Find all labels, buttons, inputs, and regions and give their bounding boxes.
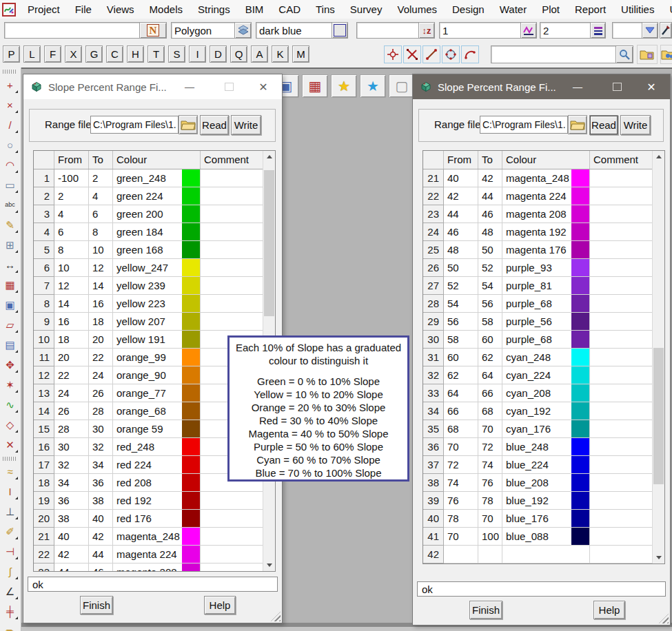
close-button[interactable]: ✕ — [250, 74, 276, 99]
cell-colour-name[interactable]: purple_81 — [502, 277, 571, 295]
cell-from[interactable]: 48 — [444, 241, 478, 259]
cell-to[interactable]: 70 — [478, 420, 502, 438]
cell-to[interactable]: 100 — [478, 528, 502, 546]
colour-swatch[interactable] — [182, 169, 201, 187]
dialog-titlebar[interactable]: Slope Percent Range Fi...—✕ — [23, 74, 282, 99]
cell-from[interactable]: 26 — [54, 402, 89, 420]
cell-to[interactable]: 44 — [89, 546, 113, 563]
scroll-down-button[interactable] — [263, 559, 275, 571]
create-text-icon[interactable]: abc — [1, 196, 19, 214]
colour-swatch[interactable] — [182, 563, 201, 571]
cell-to[interactable]: 36 — [89, 474, 113, 492]
colour-swatch[interactable] — [182, 510, 201, 528]
row-number[interactable]: 35 — [423, 420, 444, 438]
cell-from[interactable]: -100 — [54, 169, 89, 187]
colour-swatch[interactable] — [182, 223, 201, 241]
row-number[interactable]: 31 — [423, 349, 444, 366]
cell-comment[interactable] — [201, 295, 263, 313]
cell-from[interactable]: 68 — [444, 420, 478, 438]
help-button[interactable]: Help — [204, 596, 236, 614]
colour-swatch[interactable] — [182, 241, 201, 259]
minimize-button[interactable]: — — [176, 74, 203, 99]
colour-swatch[interactable] — [182, 349, 201, 366]
letter-button-f[interactable]: F — [44, 45, 61, 63]
menu-item-cad[interactable]: CAD — [271, 3, 308, 15]
scroll-up-button[interactable] — [263, 151, 275, 163]
letter-button-q[interactable]: Q — [230, 45, 247, 63]
row-number[interactable]: 28 — [423, 295, 444, 313]
row-number[interactable]: 40 — [423, 510, 444, 528]
cell-to[interactable]: 28 — [89, 402, 113, 420]
cell-comment[interactable] — [590, 259, 653, 277]
copy-view-icon[interactable]: ▣ — [1, 296, 19, 314]
cad-text-icon[interactable]: I — [1, 482, 19, 501]
row-number[interactable]: 38 — [423, 474, 444, 492]
colour-swatch[interactable] — [182, 492, 201, 510]
cell-colour-name[interactable]: blue_192 — [502, 492, 571, 510]
write-button[interactable]: Write — [620, 115, 651, 135]
cell-colour-name[interactable]: blue_208 — [502, 474, 571, 492]
menu-item-file[interactable]: File — [68, 3, 99, 15]
cell-to[interactable]: 72 — [478, 438, 502, 456]
cell-from[interactable]: 40 — [444, 169, 478, 187]
cell-colour-name[interactable]: yellow 191 — [113, 331, 182, 349]
colour-swatch[interactable] — [571, 402, 590, 420]
cell-to[interactable]: 14 — [89, 277, 113, 295]
row-number[interactable]: 18 — [34, 474, 54, 492]
favourites-blue-star-icon[interactable]: ★ — [360, 74, 386, 98]
cell-from[interactable]: 24 — [54, 384, 89, 402]
cell-to[interactable]: 74 — [478, 456, 502, 474]
row-number[interactable]: 5 — [34, 241, 54, 259]
row-number[interactable]: 6 — [34, 259, 54, 277]
maximize-button[interactable] — [604, 74, 630, 99]
cell-colour-name[interactable]: cyan_192 — [502, 402, 571, 420]
cell-comment[interactable] — [590, 456, 653, 474]
finish-button[interactable]: Finish — [469, 601, 502, 619]
cell-from[interactable]: 42 — [54, 546, 89, 563]
cell-from[interactable]: 74 — [444, 474, 478, 492]
cell-comment[interactable] — [590, 187, 653, 205]
cell-from[interactable]: 54 — [444, 295, 478, 313]
cell-from[interactable]: 72 — [444, 456, 478, 474]
row-number[interactable]: 41 — [423, 528, 444, 546]
cell-from[interactable]: 8 — [54, 241, 89, 259]
grid-icon[interactable]: ▦ — [1, 276, 19, 294]
cell-colour-name[interactable]: green 184 — [113, 223, 182, 241]
cell-comment[interactable] — [590, 546, 653, 563]
letter-button-p[interactable]: P — [3, 45, 20, 63]
cell-colour-name[interactable]: yellow_247 — [113, 259, 182, 277]
help-button[interactable]: Help — [593, 601, 625, 619]
cell-colour-name[interactable]: green 200 — [113, 205, 182, 223]
eyedropper-button[interactable] — [660, 22, 672, 39]
row-number[interactable]: 4 — [34, 223, 54, 241]
message-field[interactable] — [28, 577, 278, 592]
browse-folder-button[interactable] — [568, 115, 587, 134]
cell-from[interactable]: 50 — [444, 259, 478, 277]
cell-from[interactable]: 18 — [54, 331, 89, 349]
cell-comment[interactable] — [201, 492, 263, 510]
linestyle-button[interactable] — [520, 22, 537, 39]
close-button[interactable]: ✕ — [638, 74, 664, 99]
column-header-row-number[interactable] — [423, 151, 444, 169]
edit-colour-icon[interactable]: ✎ — [1, 216, 19, 234]
cell-to[interactable]: 26 — [89, 384, 113, 402]
row-number[interactable]: 19 — [34, 492, 54, 510]
row-number[interactable]: 23 — [34, 563, 54, 571]
cell-colour-name[interactable]: green_248 — [113, 169, 182, 187]
row-number[interactable]: 32 — [423, 366, 444, 384]
colour-swatch[interactable] — [571, 546, 590, 563]
translate-icon[interactable]: ✥ — [1, 355, 19, 374]
cell-from[interactable]: 6 — [54, 223, 89, 241]
column-header-from[interactable]: From — [444, 151, 478, 169]
cell-from[interactable]: 76 — [444, 492, 478, 510]
edit-text-icon[interactable]: ✐ — [1, 522, 19, 541]
search-button[interactable] — [615, 45, 633, 63]
cell-colour-name[interactable]: magenta_248 — [113, 528, 182, 546]
colour-swatch[interactable] — [571, 187, 590, 205]
letter-button-s[interactable]: S — [168, 45, 185, 63]
row-number[interactable]: 33 — [423, 384, 444, 402]
row-number[interactable]: 13 — [34, 384, 54, 402]
row-number[interactable]: 11 — [34, 349, 54, 366]
table-scrollbar[interactable] — [652, 151, 664, 563]
cell-comment[interactable] — [590, 349, 653, 366]
